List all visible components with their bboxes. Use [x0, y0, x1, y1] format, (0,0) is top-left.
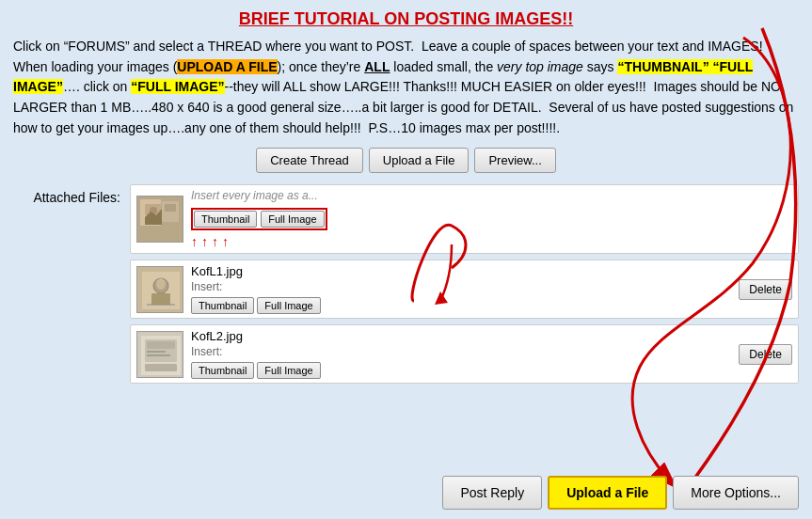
bottom-toolbar: Post Reply Upload a File More Options... — [0, 466, 812, 519]
thumb-image-1 — [137, 197, 183, 242]
arrows-row-1: ↑ ↑ ↑ ↑ — [191, 234, 792, 249]
create-thread-button[interactable]: Create Thread — [256, 148, 363, 173]
upload-highlight: UPLOAD A FILE — [177, 59, 277, 74]
upload-file-button[interactable]: Upload a File — [369, 148, 470, 173]
thumb-image-3 — [137, 332, 183, 377]
attached-label: Attached Files: — [26, 184, 120, 205]
insert-btns-3: Thumbnail Full Image — [191, 362, 731, 379]
arrow-up-1: ↑ — [191, 234, 198, 249]
very-top-text: very top image — [497, 59, 583, 74]
insert-btns-highlighted: Thumbnail Full Image — [191, 208, 327, 230]
page-title: BRIEF TUTORIAL ON POSTING IMAGES!! — [13, 9, 799, 29]
insert-btns-2: Thumbnail Full Image — [191, 297, 731, 314]
arrow-up-2: ↑ — [201, 234, 208, 249]
svg-rect-6 — [165, 204, 176, 212]
description-text: Click on “FORUMS” and select a THREAD wh… — [13, 37, 799, 138]
svg-rect-17 — [147, 351, 166, 353]
full-image-btn-2[interactable]: Full Image — [257, 297, 320, 314]
file-placeholder-1: Insert every image as a... — [191, 189, 792, 202]
full-image-highlight: “FULL IMAGE” — [131, 79, 224, 94]
more-options-button[interactable]: More Options... — [673, 476, 799, 510]
file-insert-label-2: Insert: — [191, 280, 731, 293]
file-item-3: KofL2.jpg Insert: Thumbnail Full Image D… — [130, 324, 799, 384]
arrow-up-3: ↑ — [212, 234, 218, 249]
file-info-1: Insert every image as a... Thumbnail Ful… — [191, 189, 792, 249]
svg-rect-11 — [151, 293, 170, 305]
all-underline: ALL — [364, 59, 390, 74]
file-name-3: KofL2.jpg — [191, 329, 731, 343]
file-item-1: Insert every image as a... Thumbnail Ful… — [130, 184, 799, 254]
full-image-btn-1[interactable]: Full Image — [261, 211, 324, 228]
file-thumbnail-3 — [136, 331, 183, 378]
svg-rect-19 — [145, 364, 177, 371]
file-item-2: KofL1.jpg Insert: Thumbnail Full Image D… — [130, 260, 799, 319]
svg-point-10 — [156, 278, 166, 290]
post-reply-button[interactable]: Post Reply — [442, 476, 542, 510]
file-thumbnail-1 — [136, 196, 183, 243]
file-info-2: KofL1.jpg Insert: Thumbnail Full Image — [191, 264, 731, 314]
full-image-btn-3[interactable]: Full Image — [257, 362, 320, 379]
main-container: BRIEF TUTORIAL ON POSTING IMAGES!! Click… — [0, 0, 812, 384]
files-list: Insert every image as a... Thumbnail Ful… — [130, 184, 799, 384]
thumbnail-btn-3[interactable]: Thumbnail — [191, 362, 254, 379]
toolbar-row: Create Thread Upload a File Preview... — [13, 148, 799, 173]
upload-file-bottom-button[interactable]: Upload a File — [548, 476, 667, 510]
arrow-up-4: ↑ — [222, 234, 229, 249]
file-insert-label-3: Insert: — [191, 345, 731, 358]
thumb-image-2 — [137, 267, 183, 312]
thumbnail-btn-1[interactable]: Thumbnail — [194, 211, 257, 228]
file-name-2: KofL1.jpg — [191, 264, 731, 278]
file-thumbnail-2 — [136, 266, 183, 313]
svg-rect-16 — [147, 341, 175, 349]
delete-btn-3[interactable]: Delete — [739, 344, 792, 365]
svg-rect-18 — [147, 354, 170, 356]
delete-btn-2[interactable]: Delete — [739, 279, 792, 300]
preview-button[interactable]: Preview... — [474, 148, 555, 173]
thumbnail-btn-2[interactable]: Thumbnail — [191, 297, 254, 314]
file-info-3: KofL2.jpg Insert: Thumbnail Full Image — [191, 329, 731, 379]
attached-section: Attached Files: — [26, 184, 799, 384]
